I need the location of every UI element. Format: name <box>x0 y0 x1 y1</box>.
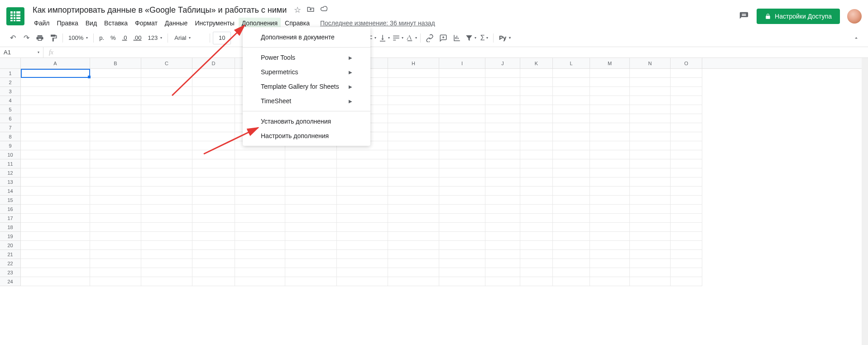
cell[interactable] <box>285 223 337 232</box>
cell[interactable] <box>671 196 702 205</box>
row-header-11[interactable]: 11 <box>0 159 20 168</box>
cell[interactable] <box>90 223 141 232</box>
cell[interactable] <box>671 123 702 132</box>
cell[interactable] <box>630 105 671 114</box>
valign-button[interactable] <box>378 32 390 44</box>
cell[interactable] <box>520 96 553 105</box>
col-header-b[interactable]: B <box>90 58 141 68</box>
cell[interactable] <box>21 268 90 277</box>
cell[interactable] <box>21 177 90 187</box>
col-header-d[interactable]: D <box>192 58 235 68</box>
col-header-j[interactable]: J <box>485 58 520 68</box>
cell[interactable] <box>21 132 90 141</box>
cell[interactable] <box>439 87 485 96</box>
cell[interactable] <box>235 214 285 223</box>
cell[interactable] <box>671 69 702 78</box>
increase-decimal-button[interactable]: .00 <box>131 32 144 44</box>
cell[interactable] <box>192 250 235 259</box>
cell[interactable] <box>388 132 439 141</box>
cell[interactable] <box>671 78 702 87</box>
cell[interactable] <box>671 114 702 123</box>
collapse-toolbar-icon[interactable] <box>851 33 862 43</box>
cell[interactable] <box>285 177 337 187</box>
avatar[interactable] <box>847 9 862 24</box>
cell[interactable] <box>485 114 520 123</box>
cell[interactable] <box>485 232 520 241</box>
cell[interactable] <box>90 159 141 168</box>
cell[interactable] <box>630 214 671 223</box>
font-select[interactable]: Arial <box>171 32 207 44</box>
cell[interactable] <box>141 123 192 132</box>
cell[interactable] <box>337 241 388 250</box>
cell[interactable] <box>520 123 553 132</box>
cell[interactable] <box>235 250 285 259</box>
cell[interactable] <box>285 168 337 177</box>
cell[interactable] <box>630 223 671 232</box>
cell[interactable] <box>388 78 439 87</box>
cell[interactable] <box>520 87 553 96</box>
menu-help[interactable]: Справка <box>282 18 313 29</box>
cell[interactable] <box>141 150 192 159</box>
dd-template-gallery[interactable]: Template Gallery for Sheets▶ <box>243 79 370 94</box>
cell[interactable] <box>671 105 702 114</box>
cell[interactable] <box>90 241 141 250</box>
cell[interactable] <box>141 168 192 177</box>
cell[interactable] <box>553 168 590 177</box>
cell[interactable] <box>337 277 388 286</box>
cell[interactable] <box>235 205 285 214</box>
cell[interactable] <box>520 78 553 87</box>
cell[interactable] <box>630 114 671 123</box>
cell[interactable] <box>590 78 630 87</box>
cell[interactable] <box>285 241 337 250</box>
cell[interactable] <box>141 232 192 241</box>
cell[interactable] <box>590 150 630 159</box>
cell[interactable] <box>388 105 439 114</box>
cell[interactable] <box>485 259 520 268</box>
cell[interactable] <box>590 214 630 223</box>
cell[interactable] <box>388 232 439 241</box>
col-header-c[interactable]: C <box>141 58 192 68</box>
cell[interactable] <box>553 223 590 232</box>
cell[interactable] <box>192 177 235 187</box>
cell[interactable] <box>141 214 192 223</box>
cell[interactable] <box>485 277 520 286</box>
cell[interactable] <box>388 277 439 286</box>
cell[interactable] <box>590 168 630 177</box>
cell[interactable] <box>485 250 520 259</box>
cell[interactable] <box>630 159 671 168</box>
menu-format[interactable]: Формат <box>132 18 161 29</box>
cell[interactable] <box>590 105 630 114</box>
cell[interactable] <box>90 87 141 96</box>
cell[interactable] <box>485 223 520 232</box>
row-header-1[interactable]: 1 <box>0 69 20 78</box>
cell[interactable] <box>192 150 235 159</box>
cell[interactable] <box>590 177 630 187</box>
cell[interactable] <box>90 232 141 241</box>
cell[interactable] <box>671 141 702 150</box>
cell[interactable] <box>21 187 90 196</box>
cell[interactable] <box>630 187 671 196</box>
cell[interactable] <box>520 141 553 150</box>
menu-edit[interactable]: Правка <box>53 18 81 29</box>
paint-format-button[interactable] <box>47 32 60 44</box>
cell[interactable] <box>21 78 90 87</box>
cell[interactable] <box>630 241 671 250</box>
cell[interactable] <box>192 241 235 250</box>
rotate-text-button[interactable] <box>405 32 417 44</box>
row-header-8[interactable]: 8 <box>0 132 20 141</box>
share-button[interactable]: Настройки Доступа <box>757 9 840 24</box>
cell[interactable] <box>21 241 90 250</box>
cell[interactable] <box>21 123 90 132</box>
cell[interactable] <box>520 268 553 277</box>
cell[interactable] <box>21 96 90 105</box>
cell[interactable] <box>285 205 337 214</box>
cell[interactable] <box>630 196 671 205</box>
cell[interactable] <box>671 268 702 277</box>
cell[interactable] <box>671 168 702 177</box>
row-header-5[interactable]: 5 <box>0 105 20 114</box>
cell[interactable] <box>141 87 192 96</box>
cell[interactable] <box>337 168 388 177</box>
comments-icon[interactable] <box>739 11 749 22</box>
cell[interactable] <box>388 168 439 177</box>
cell[interactable] <box>192 123 235 132</box>
